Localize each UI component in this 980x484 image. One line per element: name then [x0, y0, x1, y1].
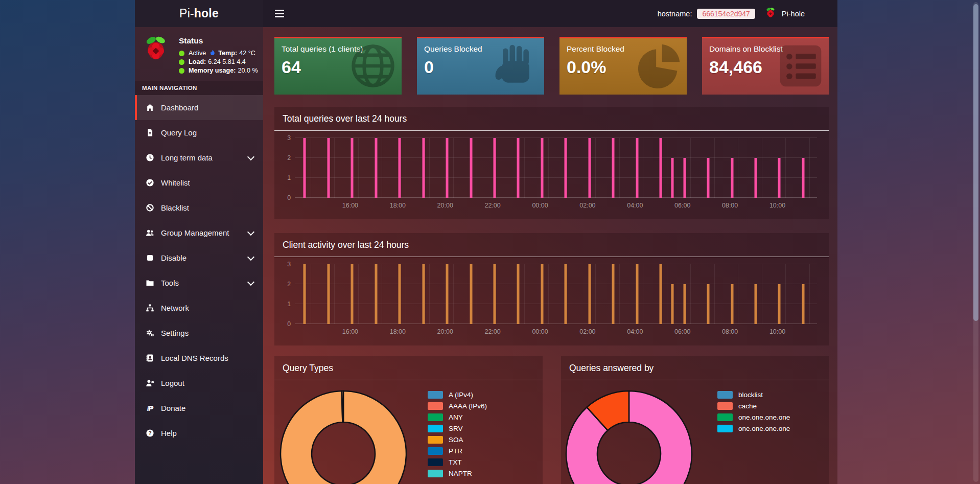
chart-bar	[327, 138, 330, 198]
chart-bar	[470, 138, 472, 198]
legend-label: SOA	[449, 436, 463, 444]
page-scrollbar[interactable]	[973, 2, 978, 482]
sidebar-item-query-log[interactable]: Query Log	[135, 120, 263, 145]
sidebar-item-local-dns-records[interactable]: Local DNS Records	[135, 345, 263, 371]
legend-item[interactable]: NAPTR	[428, 470, 487, 477]
sidebar-item-long-term-data[interactable]: Long term data	[135, 145, 263, 170]
sidebar-item-label: Network	[161, 304, 189, 312]
brand-prefix: Pi-	[179, 7, 194, 20]
clock-icon	[146, 153, 154, 162]
chart-bar	[731, 284, 733, 324]
sidebar-item-group-management[interactable]: Group Management	[135, 220, 263, 245]
legend-label: TXT	[449, 458, 462, 466]
sidebar-item-blacklist[interactable]: Blacklist	[135, 195, 263, 220]
chart-bar	[612, 264, 615, 324]
chart-bar	[351, 264, 354, 324]
legend-label: ANY	[449, 413, 463, 421]
legend-label: SRV	[449, 425, 463, 432]
legend-label: NAPTR	[449, 470, 472, 477]
legend-swatch	[428, 413, 443, 421]
chart-bar	[683, 284, 686, 324]
status-active-row: Active Temp:42 °C	[179, 50, 258, 57]
legend-item[interactable]: A (IPv4)	[428, 391, 487, 399]
chart-bar	[422, 264, 425, 324]
panel-title: Query Types	[274, 356, 543, 380]
stat-card-0: Total queries (1 clients)64	[274, 37, 402, 95]
chart-bar	[517, 138, 520, 198]
sidebar-item-settings[interactable]: Settings	[135, 320, 263, 345]
chart-bar	[446, 264, 449, 324]
chart-bar	[399, 138, 401, 198]
legend-item[interactable]: AAAA (IPv6)	[428, 402, 487, 410]
question-icon: ?	[146, 429, 154, 437]
chart-bar	[565, 264, 567, 324]
chart-bar	[494, 264, 496, 324]
ban-icon	[146, 203, 154, 212]
scrollbar-thumb[interactable]	[973, 4, 978, 321]
chevron-down-icon	[247, 228, 254, 235]
status-ok-icon	[179, 68, 184, 74]
chart-bar	[588, 264, 591, 324]
chart-bar	[707, 284, 710, 324]
sidebar-item-label: Donate	[161, 404, 185, 412]
total-queries-chart: 012316:0018:0020:0022:0000:0002:0004:000…	[281, 138, 817, 213]
sidebar-item-dashboard[interactable]: Dashboard	[135, 95, 263, 120]
legend-item[interactable]: ANY	[428, 413, 487, 421]
sidebar-item-whitelist[interactable]: Whitelist	[135, 170, 263, 195]
chart-bar	[351, 138, 354, 198]
sidebar-item-label: Dashboard	[161, 103, 198, 112]
legend-swatch	[717, 402, 733, 410]
chart-bar	[778, 284, 781, 324]
panel-query-types: Query Types A (IPv4)AAAA (IPv6)ANYSRVSOA…	[274, 356, 543, 484]
chart-bar	[802, 284, 804, 324]
legend-swatch	[428, 470, 443, 477]
svg-text:P: P	[148, 404, 153, 412]
sidebar-item-donate[interactable]: PPDonate	[135, 396, 263, 421]
sidebar-item-label: Long term data	[161, 153, 213, 162]
chart-bar	[660, 264, 662, 324]
top-navbar: Pi-hole hostname: 666154e2d947 Pi-hole	[135, 0, 837, 27]
legend-swatch	[428, 391, 443, 399]
stat-cards-row: Total queries (1 clients)64Queries Block…	[274, 37, 829, 95]
panel-client-activity: Client activity over last 24 hours 01231…	[274, 233, 829, 345]
pie-icon	[634, 41, 683, 90]
plot-area	[295, 264, 817, 324]
sidebar-item-network[interactable]: Network	[135, 295, 263, 320]
panel-title: Client activity over last 24 hours	[274, 233, 829, 257]
sidebar-toggle-button[interactable]	[272, 7, 287, 20]
legend-label: one.one.one.one	[738, 425, 790, 432]
legend-item[interactable]: SOA	[428, 436, 487, 444]
chart-bar	[731, 158, 733, 198]
sidebar-item-label: Help	[161, 429, 177, 437]
sidebar-item-tools[interactable]: Tools	[135, 270, 263, 295]
chart-bar	[541, 264, 543, 324]
stop-icon	[146, 253, 154, 262]
panel-title: Total queries over last 24 hours	[274, 107, 829, 131]
sidebar-item-help[interactable]: ?Help	[135, 421, 263, 446]
sidebar-item-disable[interactable]: Disable	[135, 245, 263, 270]
plot-area	[295, 138, 817, 198]
legend-item[interactable]: one.one.one.one	[717, 413, 790, 421]
sidebar-item-logout[interactable]: Logout	[135, 371, 263, 396]
address-book-icon	[146, 354, 154, 362]
navbar-brand-right: Pi-hole	[782, 10, 805, 18]
chart-bar	[446, 138, 449, 198]
legend-item[interactable]: SRV	[428, 425, 487, 432]
legend-item[interactable]: one.one.one.one	[717, 425, 790, 432]
app-logo[interactable]: Pi-hole	[135, 0, 263, 27]
chart-bar	[375, 138, 377, 198]
chart-bar	[671, 284, 674, 324]
stat-card-3: Domains on Blocklist84,466	[702, 37, 829, 95]
legend-item[interactable]: blocklist	[717, 391, 790, 399]
legend-label: PTR	[449, 447, 462, 455]
answered-by-legend: blocklistcacheone.one.one.oneone.one.one…	[717, 391, 790, 436]
temperature-icon	[209, 50, 216, 57]
legend-swatch	[717, 413, 733, 421]
legend-item[interactable]: PTR	[428, 447, 487, 455]
legend-item[interactable]: cache	[717, 402, 790, 410]
chart-bar	[588, 138, 591, 198]
panel-answered-by: Queries answered by blocklistcacheone.on…	[561, 356, 829, 484]
y-axis: 0123	[281, 264, 295, 324]
legend-item[interactable]: TXT	[428, 458, 487, 466]
legend-label: cache	[738, 402, 757, 410]
